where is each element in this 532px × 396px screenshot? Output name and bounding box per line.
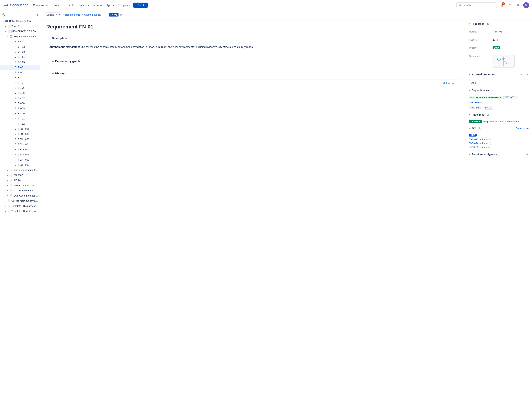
tech001-tag[interactable]: TECH-001: [503, 96, 517, 99]
func-req-badge[interactable]: FUNCTIONAL REQUIREMENT >: [469, 96, 502, 99]
sidebar-item-br04[interactable]: • ☰ BR-04: [0, 54, 40, 59]
req-icon: ☰: [14, 81, 17, 84]
sidebar-item-tech003[interactable]: • ☰ TECH-003: [0, 137, 40, 142]
expand-icon: •: [10, 111, 14, 115]
sidebar-item-br03[interactable]: • ☰ BR-03: [0, 49, 40, 54]
sidebar-item-homepage-sos[interactable]: ▾ 📄 [HOMEPAGE] SOS Customer support: [0, 29, 40, 34]
properties-header[interactable]: ▾ Properties (4): [469, 22, 529, 27]
history-section-header[interactable]: ▶ History: [52, 70, 454, 76]
user-avatar[interactable]: U: [523, 2, 529, 8]
schematics-image[interactable]: IC: [492, 55, 515, 68]
sidebar-item-testing-heading[interactable]: ▶ 📄 Testing heading links: [0, 183, 40, 188]
sidebar-item-tech006[interactable]: • ☰ TECH-006: [0, 152, 40, 157]
sidebar-item-fn11[interactable]: • ☰ FN-11: [0, 116, 40, 121]
sidebar-item-sos-root[interactable]: ▶ 📄 SOS Customer support root page: [0, 193, 40, 198]
nav-home[interactable]: Home: [52, 3, 62, 8]
tech002-tag[interactable]: TECH-002: [469, 101, 483, 105]
sidebar-item-tech001[interactable]: • ☰ TECH-001: [0, 126, 40, 131]
sidebar-item-tech007[interactable]: • ☰ TECH-007: [0, 157, 40, 162]
sidebar-item-fn12[interactable]: • ☰ FN-12: [0, 121, 40, 126]
task97-link[interactable]: TASK-97: [469, 138, 479, 141]
req-icon: ☰: [14, 45, 17, 48]
description-section-header[interactable]: ▾ Description: [46, 34, 460, 42]
sidebar-item-v1-requirements[interactable]: ▶ 📄 V1 – Requirements for Autonomous car: [0, 188, 40, 193]
sidebar-item-tech002[interactable]: • ☰ TECH-002: [0, 131, 40, 137]
sidebar-collapse-button[interactable]: ◀: [36, 13, 38, 16]
page-link[interactable]: Requirements for Autonomous car: [483, 120, 529, 123]
nav-apps[interactable]: Apps▾: [105, 3, 116, 8]
sidebar-item-tech008[interactable]: • ☰ TECH-008: [0, 162, 40, 167]
sidebar-item-fn03[interactable]: • ☰ FN-03: [0, 75, 40, 80]
copy-link-icon[interactable]: ⧉: [120, 13, 122, 17]
expand-icon: •: [10, 50, 14, 54]
settings-button[interactable]: ⚙️: [515, 2, 521, 8]
create-issue-link[interactable]: Create issue: [516, 127, 529, 129]
sidebar-item-br01[interactable]: • ☰ BR-01: [0, 39, 40, 44]
nav-spaces[interactable]: Spaces▾: [77, 3, 91, 8]
sidebar-item-new-page-template[interactable]: ▶ 📄 This is a new page template: [0, 167, 40, 173]
req-types-header[interactable]: ▾ Requirement types (0) ⚙: [469, 152, 529, 158]
dependency-graph-header[interactable]: ▶ Dependency graph: [52, 58, 454, 64]
sidebar-item-infra[interactable]: ▶ 📄 INFRA: [0, 178, 40, 183]
sidebar-item-es3867[interactable]: ▶ 📄 ES-3867: [0, 173, 40, 178]
sidebar-item-fn06[interactable]: • ☰ FN-06: [0, 90, 40, 95]
sidebar-item-requirements[interactable]: ▾ 📋 Requirements for Autonomous car: [0, 34, 40, 39]
sidebar-item-template-decision[interactable]: ▶ 📄 Template - Decision documentation: [0, 209, 40, 214]
sidebar-item-br02[interactable]: • ☰ BR-02: [0, 44, 40, 49]
sidebar-item-tech004[interactable]: • ☰ TECH-004: [0, 142, 40, 147]
search-bar[interactable]: 🔍 Search: [457, 2, 497, 8]
br01-tag[interactable]: BR-01: [484, 106, 493, 110]
sidebar-item-fn02[interactable]: • ☰ FN-02: [0, 70, 40, 75]
refines-value[interactable]: ↗ BR-01: [492, 30, 529, 33]
task96-link[interactable]: TASK-96: [469, 142, 479, 145]
page-icon: 📄: [7, 199, 10, 202]
gear-icon[interactable]: ⚙: [525, 72, 529, 77]
page-links-header[interactable]: ▾ Page links (1): [469, 113, 529, 118]
dependencies-header[interactable]: ▾ Dependencies (3): [469, 89, 529, 93]
chevron-icon[interactable]: ▾: [469, 127, 470, 129]
sidebar-label: FN-07: [18, 97, 25, 99]
expand-icon: ▶: [4, 204, 7, 208]
sidebar-item-fn04[interactable]: • ☰ FN-04: [0, 80, 40, 85]
sidebar-label: FN-08: [18, 102, 25, 105]
nav-recent[interactable]: Recent▾: [63, 3, 76, 8]
external-properties-header[interactable]: ▾ External properties ? ⚙: [469, 72, 529, 78]
sidebar-item-fn09[interactable]: • ☰ FN-09: [0, 106, 40, 111]
help-button[interactable]: ❓: [507, 2, 513, 8]
help-icon[interactable]: ?: [519, 72, 524, 77]
expand-icon: •: [10, 101, 14, 105]
nav-teams[interactable]: Teams▾: [91, 3, 104, 8]
sidebar-item-fn01[interactable]: • ☰ FN-01: [0, 64, 40, 70]
logo[interactable]: Confluence: [3, 2, 28, 8]
sidebar-item-fn05[interactable]: • ☰ FN-05: [0, 85, 40, 90]
chevron-down-icon: ▾: [58, 13, 60, 16]
notifications-button[interactable]: 🔔 1: [499, 2, 505, 8]
req-types-gear-icon[interactable]: ⚙: [525, 152, 529, 157]
sidebar-search-icon[interactable]: 🔍: [2, 13, 5, 16]
sidebar-item-fn07[interactable]: • ☰ FN-07: [0, 95, 40, 101]
nav-templates[interactable]: Templates: [116, 3, 132, 8]
expand-icon: ▶: [4, 24, 7, 28]
refines-badge[interactable]: < REFINES: [469, 106, 482, 109]
clear-icon[interactable]: ✕: [55, 13, 58, 16]
version-select[interactable]: Current ✕ ▾: [45, 12, 61, 17]
sidebar-item-space-root[interactable]: ▾ 🔵 Driller Space Battery: [0, 18, 40, 23]
nav-company-hub[interactable]: Company hub: [31, 3, 51, 8]
breadcrumb-parent[interactable]: Requirements for Autonomous car: [65, 13, 101, 16]
sidebar-item-get-most-out[interactable]: ▶ 📄 Get the most out of your team space: [0, 198, 40, 203]
sidebar-item-page-a[interactable]: ▶ 📄 Page A: [0, 23, 40, 29]
sidebar-item-tech005[interactable]: • ☰ TECH-005: [0, 147, 40, 152]
jira-title: Jira: [472, 127, 476, 129]
history-bar[interactable]: ↺ History: [46, 79, 460, 87]
sidebar-item-br05[interactable]: • ☰ BR-05: [0, 59, 40, 64]
space-title-label: Driller Space Battery: [9, 20, 31, 22]
sidebar-item-fn08[interactable]: • ☰ FN-08: [0, 101, 40, 106]
expand-icon: •: [10, 65, 14, 69]
create-button[interactable]: + Create: [133, 3, 148, 8]
add-external-property-button[interactable]: Add: [469, 81, 478, 85]
sidebar-item-fn10[interactable]: • ☰ FN-10: [0, 111, 40, 116]
req-types-title: Requirement types: [472, 153, 495, 156]
sidebar-item-template-risk[interactable]: ▶ 📄 Template - Risk assessment: [0, 203, 40, 209]
task99-link[interactable]: TASK-99: [469, 146, 479, 148]
breadcrumb-more[interactable]: ···: [103, 13, 105, 17]
